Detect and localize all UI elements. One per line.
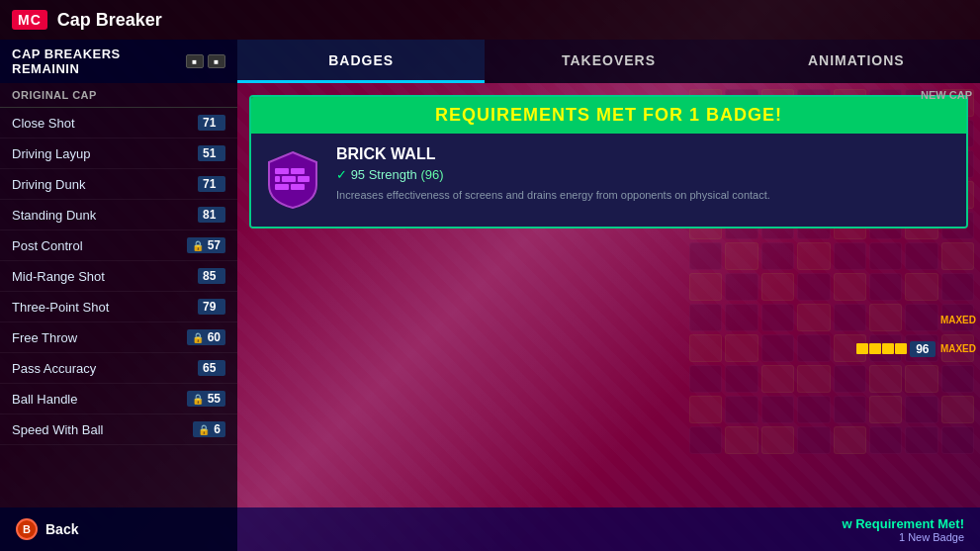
bar-seg-4 [895,343,907,354]
stat-row-midrange-shot[interactable]: Mid-Range Shot 85 [0,261,237,292]
stat-value-pass-accuracy: 65 [198,360,225,376]
icon-box-1: ■ [186,54,204,68]
lock-icon-free-throw: 🔒 [192,332,204,343]
main-content: REQUIREMENTS MET FOR 1 BADGE! BRICK WALL [237,83,980,551]
stat-name-pass-accuracy: Pass Accuracy [12,361,96,376]
new-requirement-box: w Requirement Met! 1 New Badge [842,516,964,543]
stat-name-three-point-shot: Three-Point Shot [12,300,109,315]
svg-rect-5 [275,184,289,190]
stat-name-standing-dunk: Standing Dunk [12,208,96,223]
stat-row-standing-dunk[interactable]: Standing Dunk 81 [0,200,237,230]
back-label[interactable]: Back [45,521,78,537]
badge-notification-header: REQUIREMENTS MET FOR 1 BADGE! [251,97,966,134]
stat-value-96: 96 [910,341,935,357]
header-bar: MC Cap Breaker [0,0,980,40]
svg-rect-3 [298,176,310,182]
stat-name-ball-handle: Ball Handle [12,392,78,407]
mc-logo: MC [12,10,47,30]
stat-row-driving-layup[interactable]: Driving Layup 51 [0,138,237,169]
stat-name-driving-layup: Driving Layup [12,146,91,161]
icon-box-2: ■ [208,54,225,68]
stat-name-driving-dunk: Driving Dunk [12,177,85,192]
lock-icon-post-control: 🔒 [192,240,204,251]
stat-value-free-throw: 🔒 60 [187,329,225,345]
sub-header-icons: ■ ■ [186,54,225,68]
lock-icon-ball-handle: 🔒 [192,394,204,405]
new-req-title: w Requirement Met! [842,516,964,531]
cap-breakers-label: CAP BREAKERS REMAININ ■ ■ [0,40,237,83]
brick-wall-badge-icon [267,150,318,210]
stat-row-free-throw[interactable]: Free Throw 🔒 60 [0,322,237,353]
bar-seg-2 [869,343,881,354]
stat-row-ball-handle[interactable]: Ball Handle 🔒 55 [0,384,237,414]
stat-value-three-point-shot: 79 [198,299,225,315]
stat-name-post-control: Post Control [12,238,83,253]
back-button-area: B Back [0,507,237,551]
bar-seg-1 [856,343,868,354]
stat-value-midrange-shot: 85 [198,268,225,284]
lock-icon-speed-with-ball: 🔒 [198,424,210,435]
bottom-right: w Requirement Met! 1 New Badge [237,507,980,551]
stat-name-midrange-shot: Mid-Range Shot [12,269,105,284]
svg-rect-4 [275,176,280,182]
bar-seg-3 [882,343,894,354]
stat-row-speed-with-ball[interactable]: Speed With Ball 🔒 6 [0,414,237,445]
stat-value-post-control: 🔒 57 [187,237,225,253]
stat-row-close-shot[interactable]: Close Shot 71 [0,108,237,138]
tab-takeovers[interactable]: TAKEOVERS [485,40,732,83]
progress-bars [856,343,907,354]
bottom-bar: B Back w Requirement Met! 1 New Badge [0,507,980,551]
tab-animations[interactable]: ANIMATIONS [733,40,980,83]
svg-rect-1 [291,168,305,174]
maxed-label-2: MAXED [940,343,976,354]
tabs-area: BADGES TAKEOVERS ANIMATIONS [237,40,980,83]
stat-bar-row-96: 96 MAXED [901,334,980,363]
badge-description: Increases effectiveness of screens and d… [336,188,954,203]
stat-value-standing-dunk: 81 [198,207,225,223]
badge-body: BRICK WALL ✓ 95 Strength (96) Increases … [251,134,966,227]
stat-name-free-throw: Free Throw [12,330,77,345]
maxed-label-1: MAXED [901,306,980,334]
left-panel: ORIGINAL CAP Close Shot 71 Driving Layup… [0,83,237,551]
stat-name-close-shot: Close Shot [12,116,75,131]
tab-badges[interactable]: BADGES [237,40,485,83]
badge-icon-container [263,145,322,215]
svg-rect-2 [282,176,296,182]
app-title: Cap Breaker [57,10,162,31]
stat-value-speed-with-ball: 🔒 6 [193,421,225,437]
stat-value-driving-layup: 51 [198,145,225,161]
svg-rect-0 [275,168,289,174]
stat-row-post-control[interactable]: Post Control 🔒 57 [0,230,237,261]
stat-row-pass-accuracy[interactable]: Pass Accuracy 65 [0,353,237,384]
badge-info: BRICK WALL ✓ 95 Strength (96) Increases … [336,145,954,203]
stat-row-three-point-shot[interactable]: Three-Point Shot 79 [0,292,237,322]
stat-name-speed-with-ball: Speed With Ball [12,422,104,437]
new-req-sub: 1 New Badge [842,531,964,543]
original-cap-label: ORIGINAL CAP [12,89,97,101]
new-cap-header: NEW CAP [901,89,980,105]
stat-value-close-shot: 71 [198,115,225,131]
badge-name: BRICK WALL [336,145,954,163]
new-cap-panel: NEW CAP MAXED 96 MAXED [901,83,980,363]
svg-rect-6 [291,184,305,190]
badge-notification: REQUIREMENTS MET FOR 1 BADGE! BRICK WALL [249,95,968,229]
b-button-icon: B [16,518,38,540]
badge-requirement: ✓ 95 Strength (96) [336,167,954,182]
sub-header: CAP BREAKERS REMAININ ■ ■ BADGES TAKEOVE… [0,40,980,83]
left-panel-header: ORIGINAL CAP [0,83,237,108]
stat-row-driving-dunk[interactable]: Driving Dunk 71 [0,169,237,200]
stat-value-ball-handle: 🔒 55 [187,391,225,407]
stat-value-driving-dunk: 71 [198,176,225,192]
